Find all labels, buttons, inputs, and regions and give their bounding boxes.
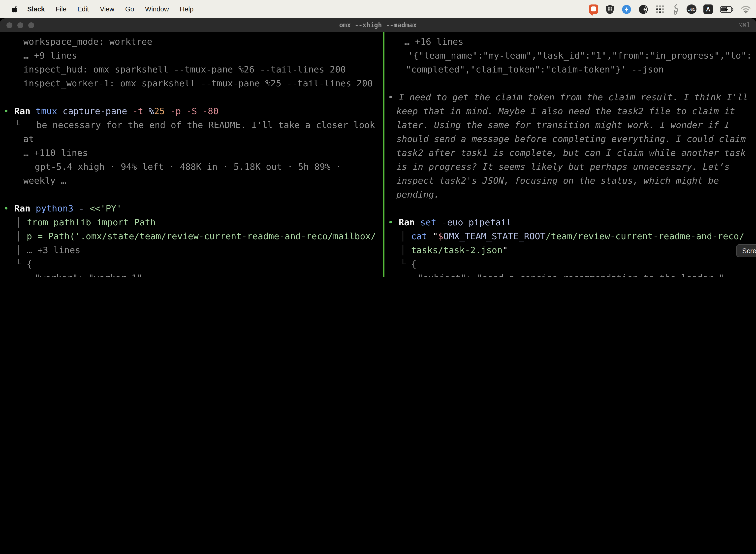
terminal-line: • Ran tmux capture-pane -t %25 -p -S -80 [0, 104, 383, 118]
apple-menu-icon[interactable] [11, 5, 18, 14]
terminal-line: is in progress? It seems likely but perh… [384, 160, 756, 174]
terminal-line: │ tasks/task-2.json" [384, 243, 756, 257]
terminal-line: inspect_hud: omx sparkshell --tmux-pane … [0, 63, 383, 76]
terminal-line: weekly … [0, 174, 383, 188]
terminal-line: │ cat "$OMX_TEAM_STATE_ROOT/team/review-… [384, 229, 756, 243]
terminal-line: "completed","claim_token":"claim-token"}… [384, 63, 756, 76]
window-titlebar[interactable]: omx --xhigh --madmax ⌥⌘1 [0, 18, 756, 33]
terminal-line: '{"team_name":"my-team","task_id":"1","f… [384, 49, 756, 63]
terminal-line: workspace_mode: worktree [0, 35, 383, 49]
terminal-line: "worker": "worker-1", [0, 271, 383, 277]
terminal-line: └ { [384, 257, 756, 271]
input-source-icon[interactable]: A [703, 4, 713, 14]
left-terminal-pane[interactable]: workspace_mode: worktree… +9 linesinspec… [0, 32, 383, 277]
terminal-line: later. Using the same for transition mig… [384, 118, 756, 132]
terminal-line: pending. [384, 188, 756, 202]
terminal-line [0, 90, 383, 104]
chat-app-icon[interactable] [589, 4, 598, 14]
window-shortcut-label: ⌥⌘1 [738, 18, 750, 32]
menu-item-file[interactable]: File [56, 5, 67, 13]
menu-item-view[interactable]: View [100, 5, 114, 13]
badge-61-icon[interactable]: ..61 [687, 4, 696, 14]
menu-items: FileEditViewGoWindowHelp [45, 5, 194, 13]
terminal-window: omx --xhigh --madmax ⌥⌘1 workspace_mode:… [0, 18, 756, 277]
terminal-line: │ p = Path('.omx/state/team/review-curre… [0, 229, 383, 243]
blue-bolt-icon[interactable] [622, 4, 631, 14]
right-terminal-pane[interactable]: … +16 lines'{"team_name":"my-team","task… [384, 32, 756, 277]
window-title: omx --xhigh --madmax [0, 18, 756, 32]
terminal-line: task2 after task1 is complete, but can I… [384, 146, 756, 160]
screen-tooltip: Scre [736, 244, 756, 257]
squiggle-icon[interactable] [672, 4, 680, 15]
terminal-line: └ be necessary for the end of the README… [0, 118, 383, 132]
dots-grid-icon[interactable] [655, 4, 665, 14]
menu-bar: Slack FileEditViewGoWindowHelp [0, 0, 756, 18]
menu-item-help[interactable]: Help [180, 5, 194, 13]
terminal-content: workspace_mode: worktree… +9 linesinspec… [0, 32, 756, 277]
shield-grid-icon[interactable] [605, 4, 615, 14]
terminal-line: … +9 lines [0, 49, 383, 63]
terminal-line: … +16 lines [384, 35, 756, 49]
screen: Slack FileEditViewGoWindowHelp [0, 0, 756, 277]
crescent-app-icon[interactable] [638, 4, 648, 14]
menu-item-edit[interactable]: Edit [77, 5, 89, 13]
menu-item-window[interactable]: Window [145, 5, 169, 13]
battery-charging-icon[interactable] [720, 6, 734, 13]
terminal-line: inspect_worker-1: omx sparkshell --tmux-… [0, 76, 383, 90]
terminal-line: should send a message before completing … [384, 132, 756, 146]
menu-item-go[interactable]: Go [125, 5, 134, 13]
terminal-line: at [0, 132, 383, 146]
menu-bar-status-icons: ..61 A [589, 4, 751, 15]
terminal-line: • Ran set -euo pipefail [384, 215, 756, 229]
terminal-line: │ … +3 lines [0, 243, 383, 257]
terminal-line [0, 188, 383, 202]
terminal-line: gpt-5.4 xhigh · 94% left · 488K in · 5.1… [0, 160, 383, 174]
terminal-line: "subject": "send a concise recommendatio… [384, 271, 756, 277]
active-app-menu[interactable]: Slack [27, 5, 45, 13]
terminal-line: │ from pathlib import Path [0, 215, 383, 229]
wifi-icon[interactable] [741, 5, 751, 13]
terminal-line: • Ran python3 - <<'PY' [0, 202, 383, 215]
terminal-line: • I need to get the claim token from the… [384, 90, 756, 104]
terminal-line: └ { [0, 257, 383, 271]
terminal-line: keep that in mind. Maybe I also need the… [384, 104, 756, 118]
terminal-line: … +110 lines [0, 146, 383, 160]
terminal-line [384, 76, 756, 90]
terminal-line [384, 202, 756, 215]
terminal-line: inspect task2's JSON, focusing on the st… [384, 174, 756, 188]
